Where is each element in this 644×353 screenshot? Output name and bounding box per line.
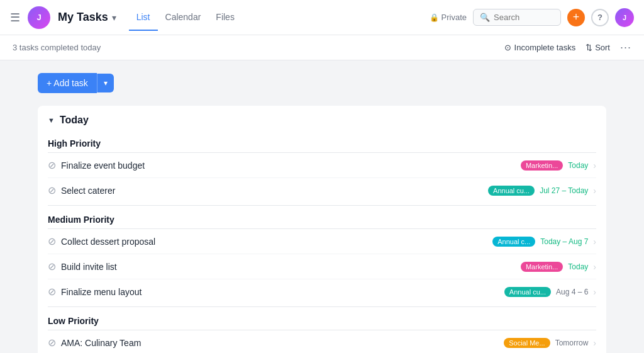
add-button[interactable]: + <box>567 9 585 26</box>
main-content: + Add task ▾ ▼ Today High Priority ⊘ Fin… <box>0 60 644 353</box>
search-icon: 🔍 <box>480 13 490 22</box>
add-task-row: + Add task ▾ <box>38 73 606 93</box>
task-check-icon[interactable]: ⊘ <box>48 261 56 272</box>
task-right: Annual cu... Jul 27 – Today › <box>488 186 596 196</box>
task-tag[interactable]: Social Me... <box>504 338 550 348</box>
task-right: Marketin... Today › <box>521 262 596 272</box>
sort-button[interactable]: ⇅ Sort <box>586 43 610 52</box>
sort-label: Sort <box>595 43 610 52</box>
more-options-button[interactable]: ··· <box>620 41 631 54</box>
task-left: ⊘ Finalize menu layout <box>48 286 142 298</box>
private-badge[interactable]: 🔒 Private <box>430 13 467 22</box>
task-name: Finalize menu layout <box>61 287 142 297</box>
task-left: ⊘ AMA: Culinary Team <box>48 337 141 349</box>
page-title: My Tasks <box>58 11 108 24</box>
low-priority-group: Low Priority ⊘ AMA: Culinary Team Social… <box>48 310 596 353</box>
task-right: Marketin... Today › <box>521 160 596 171</box>
today-section-title: Today <box>60 115 89 126</box>
chevron-right-icon: › <box>593 338 596 348</box>
task-date: Today – Aug 7 <box>540 237 588 246</box>
task-date: Tomorrow <box>555 339 589 347</box>
top-nav: ☰ J My Tasks ▾ List Calendar Files 🔒 Pri… <box>0 0 644 35</box>
task-tag[interactable]: Annual cu... <box>488 186 535 196</box>
page-title-area: My Tasks ▾ <box>58 11 116 24</box>
user-avatar-initials: J <box>623 14 626 21</box>
task-tag[interactable]: Annual c... <box>492 237 535 247</box>
title-chevron-icon[interactable]: ▾ <box>112 13 116 23</box>
sort-icon: ⇅ <box>586 43 592 52</box>
tab-files-item[interactable]: Files <box>208 4 242 31</box>
table-row[interactable]: ⊘ Finalize menu layout Annual cu... Aug … <box>48 279 596 304</box>
task-tag[interactable]: Marketin... <box>521 160 563 171</box>
task-name: Build invite list <box>61 262 117 272</box>
task-name: Collect dessert proposal <box>61 237 155 247</box>
task-tag[interactable]: Marketin... <box>521 262 563 272</box>
task-name: Finalize event budget <box>61 160 145 171</box>
task-right: Annual cu... Aug 4 – 6 › <box>504 287 596 297</box>
nav-right: 🔒 Private 🔍 + ? J <box>430 8 634 27</box>
search-input[interactable] <box>494 13 554 22</box>
incomplete-tasks-label: Incomplete tasks <box>514 43 576 52</box>
private-label: Private <box>441 13 467 22</box>
today-section-header[interactable]: ▼ Today <box>48 106 596 132</box>
priority-divider <box>48 205 596 206</box>
medium-priority-header: Medium Priority <box>48 208 596 229</box>
chevron-right-icon: › <box>593 186 596 196</box>
table-row[interactable]: ⊘ Collect dessert proposal Annual c... T… <box>48 229 596 254</box>
task-left: ⊘ Finalize event budget <box>48 159 145 171</box>
task-check-icon[interactable]: ⊘ <box>48 235 56 247</box>
chevron-right-icon: › <box>593 160 596 171</box>
task-left: ⊘ Select caterer <box>48 184 115 196</box>
task-left: ⊘ Build invite list <box>48 261 117 272</box>
collapse-icon: ▼ <box>48 116 55 124</box>
priority-divider <box>48 306 596 307</box>
task-date: Jul 27 – Today <box>540 186 588 195</box>
task-name: AMA: Culinary Team <box>61 338 141 348</box>
low-priority-header: Low Priority <box>48 310 596 330</box>
tasks-completed-label: 3 tasks completed today <box>13 43 101 52</box>
task-left: ⊘ Collect dessert proposal <box>48 235 155 247</box>
high-priority-group: High Priority ⊘ Finalize event budget Ma… <box>48 132 596 203</box>
task-check-icon[interactable]: ⊘ <box>48 159 56 171</box>
secondary-right: ⊙ Incomplete tasks ⇅ Sort ··· <box>504 41 631 54</box>
table-row[interactable]: ⊘ Build invite list Marketin... Today › <box>48 254 596 279</box>
task-date: Today <box>568 262 588 271</box>
add-task-button[interactable]: + Add task <box>38 73 97 93</box>
task-check-icon[interactable]: ⊘ <box>48 184 56 196</box>
add-task-dropdown-button[interactable]: ▾ <box>97 74 114 92</box>
tab-list: List Calendar Files <box>129 4 242 31</box>
task-name: Select caterer <box>61 186 115 196</box>
task-check-icon[interactable]: ⊘ <box>48 286 56 298</box>
hamburger-icon[interactable]: ☰ <box>10 11 20 25</box>
task-check-icon[interactable]: ⊘ <box>48 337 56 349</box>
chevron-right-icon: › <box>593 287 596 297</box>
task-right: Social Me... Tomorrow › <box>504 338 596 348</box>
chevron-right-icon: › <box>593 262 596 272</box>
today-section: ▼ Today High Priority ⊘ Finalize event b… <box>38 106 606 353</box>
medium-priority-group: Medium Priority ⊘ Collect dessert propos… <box>48 208 596 304</box>
high-priority-header: High Priority <box>48 132 596 153</box>
task-date: Aug 4 – 6 <box>556 288 588 296</box>
task-date: Today <box>568 161 588 170</box>
circle-check-icon: ⊙ <box>504 43 511 52</box>
lock-icon: 🔒 <box>430 13 439 22</box>
secondary-bar: 3 tasks completed today ⊙ Incomplete tas… <box>0 35 644 60</box>
nav-left: ☰ J My Tasks ▾ List Calendar Files <box>10 4 242 31</box>
task-right: Annual c... Today – Aug 7 › <box>492 237 596 247</box>
table-row[interactable]: ⊘ Finalize event budget Marketin... Toda… <box>48 153 596 178</box>
tab-calendar-item[interactable]: Calendar <box>158 4 209 31</box>
task-tag[interactable]: Annual cu... <box>504 287 551 297</box>
user-avatar-top[interactable]: J <box>615 8 634 27</box>
search-box[interactable]: 🔍 <box>473 9 561 26</box>
avatar-initials: J <box>36 13 41 22</box>
help-button[interactable]: ? <box>591 9 609 26</box>
user-avatar-nav[interactable]: J <box>28 6 50 29</box>
tab-list-item[interactable]: List <box>129 4 158 31</box>
table-row[interactable]: ⊘ AMA: Culinary Team Social Me... Tomorr… <box>48 330 596 353</box>
table-row[interactable]: ⊘ Select caterer Annual cu... Jul 27 – T… <box>48 178 596 203</box>
incomplete-tasks-filter[interactable]: ⊙ Incomplete tasks <box>504 43 576 52</box>
chevron-right-icon: › <box>593 237 596 247</box>
